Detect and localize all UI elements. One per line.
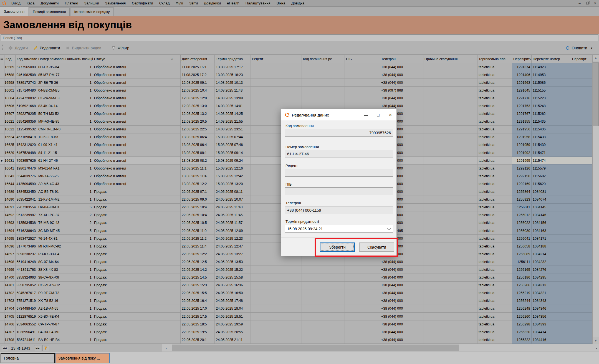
scroll-up-icon[interactable]: ∧	[593, 55, 599, 62]
dialog-minimize-icon[interactable]: —	[360, 109, 372, 120]
vertical-scrollbar[interactable]: ∧ ∨	[592, 55, 599, 344]
menu-item-8[interactable]: Філії	[173, 0, 186, 6]
tab-istoriya-zminy-poryadku[interactable]: Історія зміни порядку	[70, 7, 113, 16]
vertical-scrollbar-thumb[interactable]	[593, 62, 599, 126]
cell-cancel_reason	[423, 71, 477, 79]
column-header-check1[interactable]: Перевірити	[512, 55, 532, 63]
column-header-status[interactable]: Статус△	[93, 55, 181, 63]
refresh-button[interactable]: Оновити ▾	[563, 44, 595, 52]
column-header-check3[interactable]: Перевірт	[571, 55, 592, 63]
menu-item-12[interactable]: Налаштування	[242, 0, 274, 6]
order-code-field[interactable]	[285, 129, 393, 137]
table-row[interactable]: 14699441351176338-X8-4X-831Продаж22.05.2…	[0, 266, 592, 274]
cell-order_number: A2-1B-A4-55	[37, 305, 66, 313]
cell-check3	[571, 180, 592, 188]
menu-item-0[interactable]: Вихід	[8, 0, 24, 6]
cell-created: 12.08.2025 22:5	[181, 126, 215, 133]
menu-item-10[interactable]: Довідники	[201, 0, 224, 6]
cell-order_number: 38-CA-9X-X6	[37, 274, 66, 282]
cell-status: Продаж	[93, 328, 181, 336]
table-row[interactable]: 147013358735052CC-P1-C9-C21Продаж22.05.2…	[0, 282, 592, 289]
cell-status: Продаж	[93, 196, 181, 204]
horizontal-scrollbar-thumb[interactable]	[172, 345, 459, 351]
table-row[interactable]: 166044724720832C1-2A-9M-E31Оброблено в а…	[0, 94, 592, 102]
table-row[interactable]: 147085867844611BA-B0-HE-B41Продаж22.05.2…	[0, 336, 592, 344]
filter-button[interactable]: Фільтр	[108, 44, 132, 52]
table-row[interactable]: 147037751271519XK-T8-52-161Продаж22.05.2…	[0, 297, 592, 305]
scroll-down-icon[interactable]: ∨	[593, 337, 599, 344]
expiry-combobox[interactable]: 15.08.2025 09:24:21	[285, 225, 393, 233]
recipe-field[interactable]	[285, 169, 393, 177]
chevron-down-icon[interactable]	[387, 227, 391, 230]
column-header-redeem_code[interactable]: Код погашення ре	[302, 55, 345, 63]
table-row[interactable]: 147046734488450A2-1B-A4-551Продаж22.05.2…	[0, 305, 592, 313]
menu-item-9[interactable]: Звіти	[186, 0, 201, 6]
horizontal-scrollbar[interactable]: ‹ ›	[162, 344, 599, 352]
table-row[interactable]: 16601715714048004-B2-CM-B51Оброблено в а…	[0, 87, 592, 94]
table-row[interactable]: 147069534063552CP-TP-7X-871Продаж22.05.2…	[0, 320, 592, 328]
dialog-maximize-icon[interactable]: □	[372, 109, 384, 120]
order-number-field[interactable]	[285, 150, 393, 158]
table-row[interactable]: 16588946198250885-M7-PM-771Оброблено в а…	[0, 71, 592, 79]
column-header-pib[interactable]: ПІБ	[345, 55, 380, 63]
menu-item-4[interactable]: Залишки	[81, 0, 102, 6]
cell-sel	[0, 211, 4, 219]
column-header-order_code[interactable]: Код замовлен	[16, 55, 37, 63]
search-input[interactable]	[1, 34, 598, 41]
minimize-icon[interactable]: –	[576, 0, 583, 6]
last-record-button[interactable]: ▶▶	[34, 345, 41, 351]
column-header-cancel_reason[interactable]: Причина скасування	[423, 55, 477, 63]
menu-item-5[interactable]: Замовлення	[102, 0, 129, 6]
delete-row-button[interactable]: Видалити рядок	[63, 44, 104, 52]
table-row[interactable]: 147025045267617P0-9T-CM-T31Продаж22.05.2…	[0, 289, 592, 297]
table-row[interactable]: 14700895832496338-CA-9X-X61Продаж22.05.2…	[0, 274, 592, 282]
pib-field[interactable]	[285, 187, 393, 195]
taskbar-current-window-button[interactable]: Замовлення від поку ...	[55, 353, 110, 363]
column-header-sel[interactable]	[0, 55, 4, 63]
tab-zamovlennya[interactable]: Замовлення	[0, 7, 28, 16]
dialog-titlebar[interactable]: Редагування даних — □ ×	[281, 109, 396, 120]
phone-field[interactable]	[285, 206, 393, 214]
cell-check2: 1084232	[532, 258, 571, 266]
table-row[interactable]: 1469855194162488C-07-M4-641Продаж22.05.2…	[0, 258, 592, 266]
scroll-left-icon[interactable]: ‹	[162, 344, 171, 352]
column-header-expires[interactable]: Термін придатно	[215, 55, 251, 63]
restore-icon[interactable]	[583, 0, 591, 6]
menu-item-14[interactable]: Довідка	[288, 0, 307, 6]
menu-item-2[interactable]: Документи	[37, 0, 62, 6]
column-header-created[interactable]: Дата створення	[181, 55, 215, 63]
menu-item-6[interactable]: Сертифікати	[129, 0, 156, 6]
menu-item-3[interactable]: Платежі	[62, 0, 81, 6]
add-button[interactable]: Додати	[6, 44, 31, 52]
column-header-qty[interactable]: Кількість позицій	[66, 55, 93, 63]
close-icon[interactable]: ×	[591, 0, 599, 6]
column-header-order_number[interactable]: Номер замовленн	[37, 55, 66, 63]
cell-order_code: 2207283554	[16, 204, 37, 211]
tab-pozytsii-zamovlennya[interactable]: Позиції замовлення	[29, 7, 70, 16]
cell-pib	[345, 79, 380, 87]
menu-item-1[interactable]: Каса	[24, 0, 38, 6]
save-button[interactable]: Зберегти	[320, 242, 355, 252]
column-header-check2[interactable]: Перевірте номер	[532, 55, 571, 63]
table-row[interactable]: 147071036956491B4-BX-04-M01Продаж22.05.2…	[0, 328, 592, 336]
cancel-button[interactable]: Скасувати	[359, 242, 394, 252]
dialog-close-icon[interactable]: ×	[384, 109, 396, 120]
taskbar-home-button[interactable]: Головна	[1, 353, 55, 363]
chevron-down-icon[interactable]: ▾	[591, 46, 592, 50]
edit-button[interactable]: Редагувати	[31, 44, 63, 52]
column-header-recipe[interactable]: Рецепт	[251, 55, 302, 63]
menu-item-7[interactable]: Склад	[156, 0, 173, 6]
grid-filter-button[interactable]	[42, 345, 49, 351]
column-header-code[interactable]: Код	[4, 55, 16, 63]
table-row[interactable]: 147056122876519X5-BX-7E-K41Продаж22.05.2…	[0, 313, 592, 320]
table-row[interactable]: 1659878891727422P-B6-75-361Оброблено в а…	[0, 79, 592, 87]
menu-item-11[interactable]: eHealth	[224, 0, 242, 6]
column-header-platform[interactable]: Торговельна пла	[477, 55, 512, 63]
column-header-phone[interactable]: Телефон	[380, 55, 423, 63]
table-row[interactable]: 1658557775650800H-CK-95-A41Оброблено в а…	[0, 63, 592, 71]
cell-redeem_code	[302, 258, 345, 266]
first-record-button[interactable]: ◀◀	[1, 345, 8, 351]
cell-cancel_reason	[423, 87, 477, 94]
menu-item-13[interactable]: Вікна	[274, 0, 289, 6]
scroll-right-icon[interactable]: ›	[593, 344, 599, 352]
